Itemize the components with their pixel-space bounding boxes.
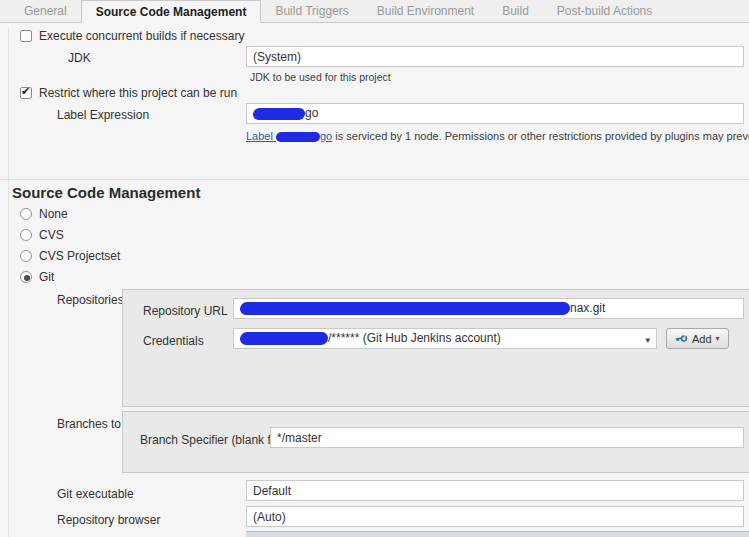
add-button-label: Add [692,333,712,345]
jdk-select[interactable] [246,46,744,67]
scm-option-cvs[interactable]: CVS [20,228,64,242]
tab-build-environment[interactable]: Build Environment [363,0,488,22]
tab-post-build-actions[interactable]: Post-build Actions [543,0,666,22]
repository-url-suffix: nax.git [570,301,605,315]
radio-cvs[interactable] [20,229,32,241]
git-executable-label: Git executable [57,487,134,501]
repository-browser-select[interactable] [246,506,744,527]
radio-cvs-projectset-label: CVS Projectset [39,249,120,263]
label-expression-label: Label Expression [57,108,149,122]
restrict-checkbox[interactable] [20,87,32,99]
tab-general[interactable]: General [10,0,81,22]
label-expression-help: Label go is serviced by 1 node. Permissi… [246,130,749,142]
radio-cvs-projectset[interactable] [20,250,32,262]
chevron-down-icon: ▾ [716,334,720,343]
key-icon [675,332,688,345]
add-credentials-button[interactable]: Add ▾ [666,328,729,349]
label-link-suffix: go [320,130,332,142]
label-expression-input[interactable]: go [246,103,744,124]
label-help-rest: is serviced by 1 node. Permissions or ot… [332,130,749,142]
credentials-label: Credentials [143,334,204,348]
restrict-label: Restrict where this project can be run [39,86,237,100]
redaction-scribble [253,108,306,120]
tab-source-code-management[interactable]: Source Code Management [81,0,262,23]
jenkins-config-page: General Source Code Management Build Tri… [0,0,749,537]
radio-git-label: Git [39,270,54,284]
jdk-help-text: JDK to be used for this project [250,71,391,83]
section-divider [0,179,749,180]
concurrent-builds-label: Execute concurrent builds if necessary [39,29,244,43]
label-link-prefix: Label [246,130,276,142]
label-expression-suffix: go [305,106,318,120]
radio-git[interactable] [20,271,32,283]
next-section-edge [246,531,749,537]
redaction-scribble [240,332,329,345]
credentials-suffix: /****** (Git Hub Jenkins account) [328,331,501,345]
git-executable-select[interactable] [246,480,744,501]
section-left-rail [8,28,9,537]
scm-option-git[interactable]: Git [20,270,54,284]
radio-cvs-label: CVS [39,228,64,242]
jdk-label: JDK [68,51,91,65]
repository-browser-label: Repository browser [57,513,160,527]
repository-url-label: Repository URL [143,304,228,318]
branch-specifier-input[interactable] [270,427,744,448]
repositories-section-label: Repositories [57,293,124,307]
scm-heading: Source Code Management [12,184,200,201]
radio-none-label: None [39,207,68,221]
scm-option-none[interactable]: None [20,207,68,221]
tab-build[interactable]: Build [488,0,543,22]
repository-url-input[interactable]: nax.git [233,298,744,319]
redaction-scribble [240,302,571,315]
concurrent-builds-checkbox[interactable] [20,30,32,42]
tab-build-triggers[interactable]: Build Triggers [261,0,362,22]
credentials-select[interactable]: /****** (Git Hub Jenkins account) ▾ [233,328,657,349]
redaction-scribble [276,132,321,142]
config-tab-bar: General Source Code Management Build Tri… [0,0,749,23]
restrict-row: Restrict where this project can be run [20,86,237,100]
radio-none[interactable] [20,208,32,220]
scm-option-cvs-projectset[interactable]: CVS Projectset [20,249,120,263]
label-node-link[interactable]: Label go [246,130,332,142]
chevron-down-icon: ▾ [645,333,650,348]
concurrent-builds-row: Execute concurrent builds if necessary [20,29,244,43]
